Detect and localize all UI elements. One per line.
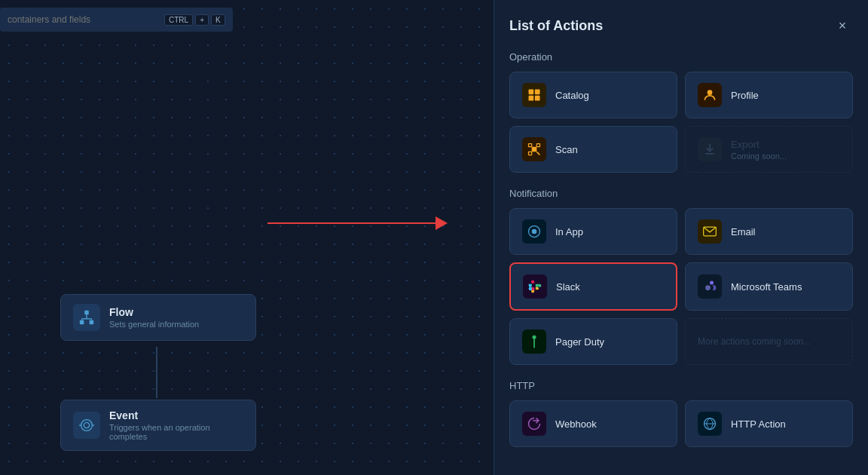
svg-rect-0 [84, 311, 89, 315]
scan-label: Scan [555, 144, 578, 155]
webhook-label: Webhook [555, 418, 597, 430]
svg-rect-11 [529, 90, 534, 95]
action-card-scan[interactable]: Scan [509, 126, 677, 173]
key-plus: + [195, 14, 209, 26]
arrow-line [267, 222, 441, 224]
http-section: HTTP Webhook [509, 380, 853, 447]
action-card-teams[interactable]: Microsoft Teams [685, 262, 853, 311]
event-node-title: Event [109, 409, 243, 421]
action-card-email[interactable]: Email [685, 208, 853, 255]
svg-rect-25 [533, 336, 536, 339]
action-card-slack[interactable]: Slack [509, 262, 677, 311]
connector-line [156, 347, 157, 398]
action-card-webhook[interactable]: Webhook [509, 400, 677, 447]
key-ctrl: CTRL [164, 14, 193, 26]
svg-rect-16 [529, 144, 532, 147]
event-node-text: Event Triggers when an operation complet… [109, 409, 243, 441]
flow-node-text: Flow Sets general information [109, 306, 199, 329]
svg-rect-19 [532, 147, 537, 152]
svg-point-7 [81, 420, 93, 431]
email-icon-box [698, 219, 722, 244]
scan-icon-box [522, 137, 546, 161]
pagerduty-icon-box [522, 329, 546, 354]
action-card-export: Export Coming soon... [685, 126, 853, 173]
flow-node-icon [73, 304, 100, 331]
profile-label: Profile [731, 90, 759, 101]
svg-rect-14 [535, 96, 540, 101]
svg-rect-1 [80, 320, 84, 325]
svg-rect-12 [535, 90, 540, 95]
export-sublabel: Coming soon... [731, 152, 787, 161]
svg-rect-18 [529, 152, 532, 155]
notification-label: Notification [509, 188, 853, 199]
http-action-icon-box [698, 412, 722, 436]
slack-label: Slack [556, 281, 580, 293]
operation-label: Operation [509, 51, 853, 63]
svg-rect-2 [90, 320, 94, 325]
flow-node-desc: Sets general information [109, 320, 199, 329]
pagerduty-label: Pager Duty [555, 336, 604, 348]
teams-icon-box [698, 274, 722, 299]
notification-grid: In App Email [509, 208, 853, 365]
search-bar[interactable]: CTRL + K [0, 8, 233, 32]
inapp-label: In App [555, 226, 583, 238]
svg-rect-13 [529, 96, 534, 101]
arrow-head [436, 216, 448, 230]
action-card-pagerduty[interactable]: Pager Duty [509, 318, 677, 365]
http-grid: Webhook HTTP Action [509, 400, 853, 447]
profile-icon-box [698, 83, 722, 107]
action-card-more: More actions coming soon... [685, 318, 853, 365]
export-text: Export Coming soon... [731, 139, 787, 161]
notification-section: Notification In App Emai [509, 188, 853, 365]
slack-icon-box [523, 274, 547, 299]
webhook-icon-box [522, 412, 546, 436]
catalog-label: Catalog [555, 90, 589, 101]
operation-grid: Catalog Profile [509, 72, 853, 173]
event-node-icon [73, 412, 100, 439]
operation-section: Operation Catalog [509, 51, 853, 173]
action-card-profile[interactable]: Profile [685, 72, 853, 118]
svg-rect-17 [536, 144, 539, 147]
panel-header: List of Actions × [509, 15, 853, 36]
catalog-icon-box [522, 83, 546, 107]
key-k: K [211, 14, 225, 26]
teams-label: Microsoft Teams [731, 281, 802, 293]
event-node-desc: Triggers when an operation completes [109, 423, 243, 441]
more-actions-label: More actions coming soon... [698, 336, 811, 347]
action-card-catalog[interactable]: Catalog [509, 72, 677, 118]
flow-node-title: Flow [109, 306, 199, 318]
svg-point-15 [708, 90, 713, 95]
flow-node[interactable]: Flow Sets general information [60, 294, 256, 341]
canvas-area: CTRL + K Flow Sets general information [0, 0, 494, 475]
svg-point-24 [710, 281, 714, 285]
email-label: Email [731, 226, 756, 238]
svg-line-20 [536, 152, 539, 155]
action-card-inapp[interactable]: In App [509, 208, 677, 255]
svg-rect-26 [533, 339, 535, 348]
event-node[interactable]: Event Triggers when an operation complet… [60, 400, 256, 451]
search-input[interactable] [8, 14, 158, 25]
svg-point-22 [532, 229, 537, 234]
export-icon-box [698, 137, 722, 161]
action-card-http-action[interactable]: HTTP Action [685, 400, 853, 447]
http-label: HTTP [509, 380, 853, 391]
right-panel: List of Actions × Operation Catalog [494, 0, 868, 475]
keyboard-shortcut: CTRL + K [164, 14, 225, 26]
svg-point-8 [84, 422, 89, 428]
http-action-label: HTTP Action [731, 418, 786, 430]
inapp-icon-box [522, 219, 546, 244]
close-button[interactable]: × [832, 15, 853, 36]
panel-title: List of Actions [509, 18, 603, 34]
export-label: Export [731, 139, 787, 150]
